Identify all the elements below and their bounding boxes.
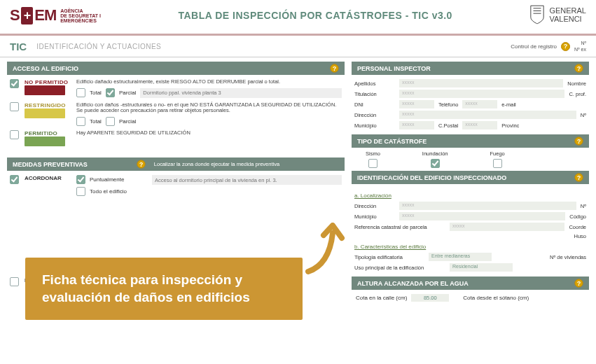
titulacion-input[interactable]: xxxxx <box>399 90 564 98</box>
section-personal: PERSONAL INSPECTOR ? <box>352 62 589 75</box>
checkbox-inundacion[interactable] <box>431 159 440 168</box>
help-icon[interactable]: ? <box>574 64 583 73</box>
checkbox-np-parcial[interactable] <box>106 88 115 97</box>
section-ident-edif: IDENTIFICACIÓN DEL EDIFICIO INSPECCIONAD… <box>352 171 589 184</box>
checkbox-sismo[interactable] <box>368 159 377 168</box>
caract-subtitle: b. Características del edificio <box>354 244 586 250</box>
num-label: Nº <box>581 112 586 118</box>
sem-subtitle: AGÈNCIA DE SEGURETAT I EMERGÈNCIES <box>60 8 101 23</box>
section-label: IDENTIFICACIÓN Y ACTUACIONES <box>36 43 161 50</box>
r-total-label: Total <box>90 118 102 125</box>
help-icon[interactable]: ? <box>574 137 583 146</box>
medidas-instr: Localizar la zona donde ejecutar la medi… <box>154 161 279 167</box>
np-parcial-label: Parcial <box>119 90 136 96</box>
help-icon[interactable]: ? <box>574 279 583 288</box>
acordonar-zone-input[interactable] <box>152 175 342 185</box>
checkbox-r-total[interactable] <box>76 117 85 126</box>
tipologia-label: Tipología edificatoria <box>354 254 424 260</box>
section-ident-edif-title: IDENTIFICACIÓN DEL EDIFICIO INSPECCIONAD… <box>357 174 506 181</box>
reg-ex-label: Nº ex <box>574 46 586 52</box>
swatch-green <box>25 136 65 146</box>
swatch-red <box>25 85 65 95</box>
edif-municipio-input[interactable]: xxxxx <box>399 212 565 220</box>
checkbox-acordonar[interactable] <box>10 175 19 184</box>
checkbox-demoler[interactable] <box>10 277 19 286</box>
section-medidas-title: MEDIDAS PREVENTIVAS <box>13 161 88 168</box>
usoprin-value[interactable]: Residencial <box>450 263 513 272</box>
app-header: S+EM AGÈNCIA DE SEGURETAT I EMERGÈNCIES … <box>0 0 596 36</box>
checkbox-no-permitido[interactable] <box>10 79 19 88</box>
checkbox-acordonar-punt[interactable] <box>76 175 85 184</box>
dni-label: DNI <box>354 102 395 108</box>
apellidos-input[interactable]: xxxxx <box>399 79 563 88</box>
subheader: TIC IDENTIFICACIÓN Y ACTUACIONES Control… <box>0 36 596 57</box>
checkbox-np-total[interactable] <box>76 88 85 97</box>
edif-num-label: Nº <box>581 203 586 209</box>
checkbox-fuego[interactable] <box>493 159 502 168</box>
section-acceso: ACCESO AL EDIFICIO ? <box>7 62 345 75</box>
edif-codigo-label: Código <box>569 214 586 220</box>
cprof-label: C. prof. <box>569 91 586 97</box>
np-total-label: Total <box>90 90 102 96</box>
help-icon[interactable]: ? <box>574 174 583 182</box>
provinc-label: Provinc <box>501 122 519 129</box>
huso-label: Huso <box>574 233 586 239</box>
acordonar-punt-label: Puntualmente <box>90 176 124 183</box>
refcat-label: Referencia catastral de parcela <box>354 224 445 230</box>
acordonar-todo-label: Todo el edificio <box>90 188 127 195</box>
page-title: TABLA DE INSPECCIÓN POR CATÁSTROFES - TI… <box>178 10 452 21</box>
email-label: e-mail <box>501 102 515 108</box>
section-altura: ALTURA ALCANZADA POR EL AGUA ? <box>352 276 589 290</box>
status-permitido-label: PERMITIDO <box>25 130 71 136</box>
section-tipo-title: TIPO DE CATÁSTROFE <box>357 138 427 145</box>
np-parcial-input[interactable] <box>140 88 342 98</box>
status-restringido-label: RESTRINGIDO <box>25 102 71 108</box>
telefono-input[interactable]: xxxxx <box>462 100 497 108</box>
gv-text: GENERAL VALENCI <box>549 7 586 23</box>
nviv-label: Nº de viviendas <box>550 254 586 260</box>
titulacion-label: Titulación <box>354 91 395 97</box>
refcat-input[interactable]: xxxxx <box>450 223 564 231</box>
checkbox-restringido[interactable] <box>10 102 19 111</box>
direccion-input[interactable]: xxxxx <box>399 111 576 119</box>
swatch-yellow <box>25 108 65 118</box>
cpostal-label: C.Postal <box>438 122 458 129</box>
status-no-permitido-label: NO PERMITIDO <box>25 79 71 85</box>
section-acceso-title: ACCESO AL EDIFICIO <box>13 65 78 72</box>
r-parcial-label: Parcial <box>119 118 136 125</box>
tipologia-value[interactable]: Entre medianeras <box>429 253 492 261</box>
nombre-label: Nombre <box>567 80 586 87</box>
overlay-callout: Ficha técnica para inspección y evaluaci… <box>25 258 303 320</box>
municipio-label: Municipio <box>354 122 395 129</box>
cota-calle-value[interactable]: 85.00 <box>411 294 449 302</box>
help-icon[interactable]: ? <box>561 42 570 51</box>
control-registro-label: Control de registro <box>511 43 557 50</box>
acordonar-label: ACORDONAR <box>25 175 71 181</box>
edif-direccion-label: Dirección <box>354 203 395 209</box>
cota-sotano-label: Cota desde el sótano (cm) <box>463 295 529 301</box>
no-permitido-note: Edificio dañado estructuralmente, existe… <box>76 79 342 85</box>
usoprin-label: Uso principal de la edificación <box>354 265 445 271</box>
telefono-label: Teléfono <box>438 102 458 108</box>
section-altura-title: ALTURA ALCANZADA POR EL AGUA <box>357 280 469 287</box>
help-icon[interactable]: ? <box>137 160 145 168</box>
apellidos-label: Apellidos <box>354 80 395 87</box>
checkbox-permitido[interactable] <box>10 130 19 139</box>
help-icon[interactable]: ? <box>330 64 338 73</box>
edif-direccion-input[interactable]: xxxxx <box>399 202 576 210</box>
reg-num-label: Nº <box>574 40 586 46</box>
tipo-inundacion-label: Inundación <box>422 150 448 157</box>
section-medidas: MEDIDAS PREVENTIVAS ? Localizar la zona … <box>7 158 345 171</box>
loc-subtitle: a. Localización <box>354 192 586 199</box>
tipo-sismo-label: Sismo <box>366 150 380 157</box>
checkbox-r-parcial[interactable] <box>106 117 115 126</box>
tipo-fuego-label: Fuego <box>490 150 505 157</box>
municipio-input[interactable]: xxxxx <box>399 121 434 130</box>
tic-label: TIC <box>10 41 27 52</box>
dni-input[interactable]: xxxxx <box>399 100 434 108</box>
checkbox-acordonar-todo[interactable] <box>76 187 85 196</box>
cpostal-input[interactable]: xxxxx <box>462 121 497 130</box>
section-tipo: TIPO DE CATÁSTROFE ? <box>352 134 589 148</box>
logo-sem: S+EM AGÈNCIA DE SEGURETAT I EMERGÈNCIES <box>10 6 101 24</box>
edif-municipio-label: Municipio <box>354 214 395 220</box>
